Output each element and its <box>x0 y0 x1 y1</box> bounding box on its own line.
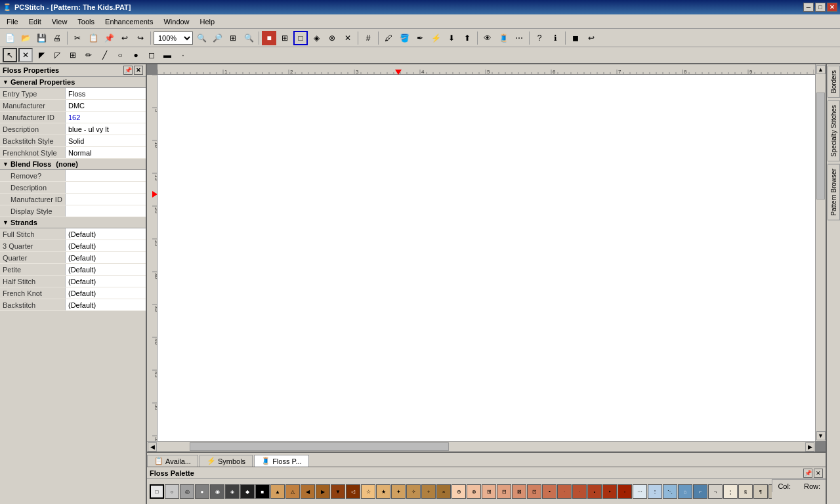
strands-header[interactable]: ▼ Strands <box>0 217 146 228</box>
palette-swatch-4[interactable]: ◉ <box>210 484 224 499</box>
menu-view[interactable]: View <box>47 16 73 27</box>
palette-swatch-12[interactable]: ▼ <box>331 484 345 499</box>
select4-button[interactable]: ✕ <box>341 31 355 45</box>
borders-tab[interactable]: Borders <box>828 66 840 98</box>
palette-swatch-25[interactable]: ⊡ <box>527 484 541 499</box>
v-scrollbar[interactable]: ▲ ▼ <box>815 64 826 441</box>
palette-swatch-13[interactable]: ◁ <box>346 484 360 499</box>
dot-tool[interactable]: · <box>176 48 190 62</box>
open-button[interactable]: 📂 <box>18 31 33 45</box>
palette-close-button[interactable]: ✕ <box>814 469 823 478</box>
zoom-out-button[interactable]: 🔍 <box>194 31 209 45</box>
palette-swatch-29[interactable]: • <box>587 484 602 499</box>
search-button[interactable]: 🔍 <box>242 31 256 45</box>
tab-symbols[interactable]: ⚡ Symbols <box>200 455 253 467</box>
palette-swatch-28[interactable]: · <box>572 484 587 499</box>
backstitch-tool[interactable]: ✏ <box>81 48 96 62</box>
extra1-button[interactable]: ◼ <box>568 31 583 45</box>
palette-swatch-32[interactable]: ⋯ <box>633 484 647 499</box>
pattern-area[interactable] <box>158 75 815 441</box>
circle-tool[interactable]: ○ <box>113 48 127 62</box>
erase-tool[interactable]: ◻ <box>144 48 159 62</box>
zoom-in-button[interactable]: 🔎 <box>210 31 224 45</box>
palette-swatch-35[interactable]: ⌂ <box>678 484 692 499</box>
cross-tool[interactable]: ✕ <box>18 48 33 62</box>
menu-enhancements[interactable]: Enhancements <box>100 16 158 27</box>
import-button[interactable]: ⬇ <box>444 31 459 45</box>
palette-swatch-38[interactable]: ¦ <box>723 484 738 499</box>
help-button[interactable]: ? <box>532 31 547 45</box>
palette-swatch-10[interactable]: ◀ <box>301 484 315 499</box>
scroll-down-button[interactable]: ▼ <box>816 431 826 440</box>
zoom-select[interactable]: 100% 50% 200% <box>154 32 193 45</box>
more-button[interactable]: ⋯ <box>512 31 526 45</box>
palette-swatch-16[interactable]: ✦ <box>391 484 406 499</box>
view-button[interactable]: 👁 <box>480 31 495 45</box>
pin-button[interactable]: 📌 <box>123 66 133 75</box>
undo-button[interactable]: ↩ <box>117 31 132 45</box>
scroll-left-button[interactable]: ◀ <box>148 442 157 452</box>
palette-swatch-20[interactable]: ⊕ <box>452 484 466 499</box>
palette-swatch-37[interactable]: ¬ <box>708 484 723 499</box>
line-tool[interactable]: ╱ <box>97 48 112 62</box>
tab-floss-palette[interactable]: 🧵 Floss P... <box>254 455 308 467</box>
color-button[interactable]: ■ <box>262 31 276 45</box>
fill-tool[interactable]: ● <box>129 48 143 62</box>
palette-swatch-17[interactable]: ✧ <box>406 484 421 499</box>
tab-available[interactable]: 📋 Availa... <box>147 455 198 467</box>
palette-swatch-8[interactable]: ▲ <box>270 484 285 499</box>
palette-swatch-9[interactable]: △ <box>285 484 300 499</box>
select-tool[interactable]: ↖ <box>3 48 17 62</box>
palette-swatch-39[interactable]: § <box>738 484 753 499</box>
palette-swatch-27[interactable]: ∙ <box>557 484 572 499</box>
zoom-fit-button[interactable]: ⊞ <box>226 31 240 45</box>
palette-swatch-33[interactable]: ⋮ <box>648 484 662 499</box>
export-button[interactable]: ⬆ <box>460 31 474 45</box>
palette-swatch-40[interactable]: ¶ <box>753 484 768 499</box>
palette-swatch-36[interactable]: ⌐ <box>693 484 707 499</box>
grid-button[interactable]: ⊞ <box>278 31 292 45</box>
symbol-button[interactable]: ⚡ <box>429 31 443 45</box>
h-scrollbar[interactable]: ◀ ▶ <box>147 441 815 452</box>
palette-swatch-14[interactable]: ☆ <box>361 484 375 499</box>
select3-button[interactable]: ⊗ <box>325 31 339 45</box>
palette-swatch-31[interactable]: ◦ <box>618 484 632 499</box>
select2-button[interactable]: ◈ <box>309 31 324 45</box>
palette-pin-button[interactable]: 📌 <box>803 469 812 478</box>
fill-button[interactable]: 🪣 <box>397 31 411 45</box>
palette-swatch-6[interactable]: ◆ <box>240 484 255 499</box>
palette-swatch-5[interactable]: ◈ <box>225 484 240 499</box>
paste-button[interactable]: 📌 <box>102 31 116 45</box>
h-scroll-thumb[interactable] <box>190 442 448 451</box>
scroll-up-button[interactable]: ▲ <box>816 65 826 74</box>
half-tool[interactable]: ◤ <box>34 48 49 62</box>
pattern-canvas[interactable] <box>168 85 365 184</box>
new-button[interactable]: 📄 <box>3 31 17 45</box>
palette-swatch-11[interactable]: ▶ <box>316 484 330 499</box>
flood-tool[interactable]: ▬ <box>160 48 175 62</box>
menu-edit[interactable]: Edit <box>24 16 47 27</box>
print-button[interactable]: 🖨 <box>50 31 64 45</box>
redo-button[interactable]: ↪ <box>133 31 148 45</box>
minimize-button[interactable]: ─ <box>803 3 814 12</box>
palette-swatch-24[interactable]: ⊠ <box>512 484 526 499</box>
menu-help[interactable]: Help <box>195 16 220 27</box>
palette-swatch-0[interactable]: □ <box>150 484 164 499</box>
specialty-stitches-tab[interactable]: Specialty Stitches <box>828 100 840 161</box>
palette-swatch-23[interactable]: ⊟ <box>497 484 511 499</box>
palette-swatch-1[interactable]: ○ <box>165 484 179 499</box>
save-button[interactable]: 💾 <box>34 31 49 45</box>
cut-button[interactable]: ✂ <box>70 31 85 45</box>
petite-tool[interactable]: ⊞ <box>66 48 80 62</box>
floss-button[interactable]: 🧵 <box>496 31 511 45</box>
quarter-tool[interactable]: ◸ <box>50 48 64 62</box>
paint-button[interactable]: 🖊 <box>381 31 396 45</box>
palette-swatch-26[interactable]: ∘ <box>542 484 556 499</box>
menu-window[interactable]: Window <box>158 16 194 27</box>
grid2-button[interactable]: # <box>361 31 375 45</box>
menu-tools[interactable]: Tools <box>72 16 100 27</box>
palette-swatch-15[interactable]: ★ <box>376 484 390 499</box>
general-properties-header[interactable]: ▼ General Properties <box>0 77 146 88</box>
close-button[interactable]: ✕ <box>827 3 837 12</box>
palette-swatch-18[interactable]: + <box>421 484 436 499</box>
